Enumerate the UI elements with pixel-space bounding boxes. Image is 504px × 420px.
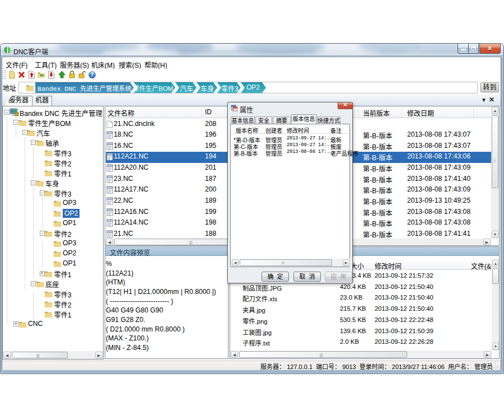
svg-text:?: ? xyxy=(90,72,94,78)
